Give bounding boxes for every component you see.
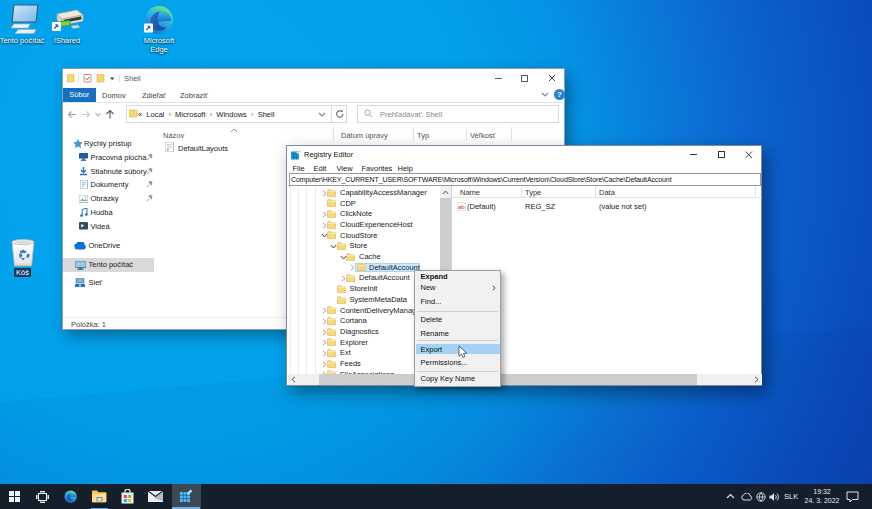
svg-text:ab: ab (458, 203, 465, 209)
